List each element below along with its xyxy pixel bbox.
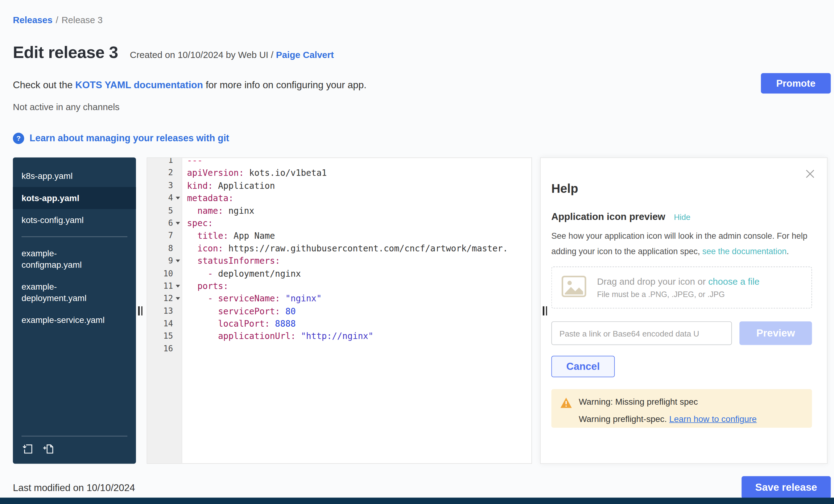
file-tree-item[interactable]: example-configmap.yaml [13,242,136,276]
fold-arrow-icon[interactable] [176,297,180,300]
editor-line[interactable]: 12 - serviceName: "nginx" [147,292,531,305]
warning-icon [560,397,572,420]
kots-yaml-documentation-link[interactable]: KOTS YAML documentation [75,80,203,90]
file-tree-item[interactable]: k8s-app.yaml [13,165,136,187]
editor-line[interactable]: 1--- [147,157,531,167]
file-tree-item[interactable]: kots-config.yaml [13,209,136,231]
editor-line[interactable]: 15 applicationUrl: "http://nginx" [147,330,531,343]
icon-url-input[interactable] [551,322,732,345]
icon-url-row: Preview [551,322,812,345]
file-tree-item[interactable]: example-service.yaml [13,309,136,331]
main-row: k8s-app.yamlkots-app.yamlkots-config.yam… [13,157,828,464]
editor-line[interactable]: 14 localPort: 8888 [147,318,531,330]
new-file-icon[interactable] [43,443,55,457]
page-title: Edit release 3 [13,43,118,62]
warning-detail: Warning preflight-spec. Learn how to con… [578,414,756,424]
choose-file-link[interactable]: choose a file [708,276,759,287]
line-number: 9 [147,255,182,267]
file-name-label: example-service.yaml [22,314,105,326]
breadcrumb-separator: / [56,15,58,25]
line-number: 6 [147,217,182,230]
icon-preview-title: Application icon preview [551,211,665,223]
import-file-icon[interactable] [22,443,34,457]
editor-line[interactable]: 11 ports: [147,280,531,293]
learn-how-to-configure-link[interactable]: Learn how to configure [669,414,757,423]
file-name-label: example-deployment.yaml [22,281,113,304]
editor-line[interactable]: 5 name: nginx [147,204,531,217]
fold-arrow-icon[interactable] [176,260,180,262]
help-panel-title: Help [551,182,812,196]
file-tree-top-group: k8s-app.yamlkots-app.yamlkots-config.yam… [13,165,136,231]
created-text: Created on 10/10/2024 by Web UI / [130,50,273,60]
editor-line[interactable]: 16 [147,343,531,355]
fold-arrow-icon[interactable] [176,197,180,200]
line-number: 8 [147,242,182,255]
code-text: statusInformers: [182,255,280,267]
file-name-label: kots-config.yaml [22,214,84,226]
tree-editor-splitter-handle[interactable] [138,306,142,315]
icon-dropzone[interactable]: Drag and drop your icon or choose a file… [551,266,812,308]
code-text [182,343,187,355]
editor-line[interactable]: 8 icon: https://raw.githubusercontent.co… [147,242,531,255]
editor-line[interactable]: 6spec: [147,217,531,230]
fold-arrow-icon[interactable] [176,285,180,287]
editor-line[interactable]: 2apiVersion: kots.io/v1beta1 [147,167,531,179]
code-text: name: nginx [182,204,255,217]
fold-arrow-icon[interactable] [176,222,180,224]
code-text: ports: [182,280,228,293]
breadcrumb-current: Release 3 [61,15,103,25]
warning-box: Warning: Missing preflight spec Warning … [551,389,812,428]
editor-line[interactable]: 13 servicePort: 80 [147,305,531,318]
file-tree-item[interactable]: kots-app.yaml [13,187,136,209]
code-text: - deployment/nginx [182,267,301,280]
preview-button[interactable]: Preview [739,322,812,345]
line-number: 4 [147,192,182,204]
line-number: 16 [147,343,182,355]
icon-preview-description: See how your application icon will look … [551,228,812,259]
line-number: 10 [147,267,182,280]
hide-link[interactable]: Hide [674,212,690,221]
last-modified-text: Last modified on 10/10/2024 [13,483,135,494]
author-link[interactable]: Paige Calvert [276,50,334,60]
help-panel: Help Application icon preview Hide See h… [540,157,828,464]
code-text: applicationUrl: "http://nginx" [182,330,374,343]
yaml-editor[interactable]: 1---2apiVersion: kots.io/v1beta13kind: A… [147,157,532,464]
editor-line[interactable]: 3kind: Application [147,179,531,192]
warning-title: Warning: Missing preflight spec [578,397,756,407]
breadcrumb-releases-link[interactable]: Releases [13,15,52,25]
code-text: - serviceName: "nginx" [182,292,322,305]
save-release-button[interactable]: Save release [742,476,831,499]
editor-panel-splitter-handle[interactable] [543,306,547,315]
line-number: 14 [147,318,182,330]
editor-line[interactable]: 4metadata: [147,192,531,204]
file-tree-item[interactable]: example-deployment.yaml [13,276,136,309]
channel-status: Not active in any channels [13,102,120,113]
cancel-button[interactable]: Cancel [551,356,615,377]
promote-button[interactable]: Promote [761,73,831,93]
code-text: metadata: [182,192,234,204]
warning-detail-text: Warning preflight-spec. [578,414,669,423]
dropzone-label: Drag and drop your icon or [597,276,708,287]
created-info: Created on 10/10/2024 by Web UI / Paige … [130,50,334,61]
file-tree-bottom-group: example-configmap.yamlexample-deployment… [13,242,136,331]
code-text: localPort: 8888 [182,318,296,330]
line-number: 5 [147,204,182,217]
breadcrumb: Releases/Release 3 [13,15,103,26]
code-text: kind: Application [182,179,275,192]
editor-line[interactable]: 9 statusInformers: [147,255,531,267]
editor-line[interactable]: 10 - deployment/nginx [147,267,531,280]
editor-lines: 1---2apiVersion: kots.io/v1beta13kind: A… [147,157,531,355]
see-documentation-link[interactable]: see the documentation [702,247,787,256]
line-number: 13 [147,305,182,318]
code-text: spec: [182,217,213,230]
line-number: 15 [147,330,182,343]
code-text: title: App Name [182,230,275,242]
editor-line[interactable]: 7 title: App Name [147,230,531,242]
code-text: servicePort: 80 [182,305,296,318]
file-tree-footer [13,436,136,464]
close-icon[interactable] [804,168,816,182]
code-text: --- [182,157,203,167]
git-releases-link[interactable]: Learn about managing your releases with … [29,133,229,144]
file-name-label: example-configmap.yaml [22,248,113,270]
dropzone-text: Drag and drop your icon or choose a file… [597,276,760,298]
